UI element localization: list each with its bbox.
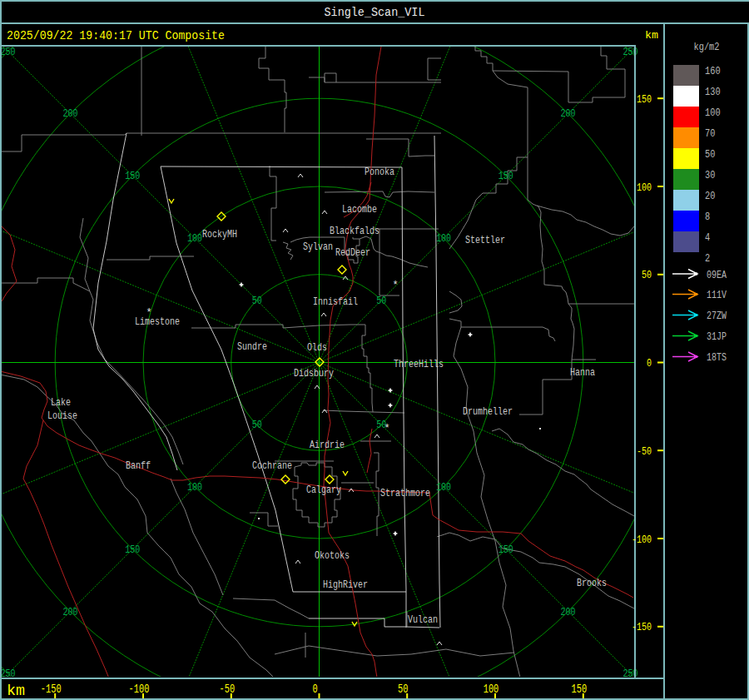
svg-text:Sundre: Sundre (237, 340, 267, 353)
svg-text:-50: -50 (637, 445, 652, 458)
svg-text:27ZW: 27ZW (707, 310, 727, 322)
svg-text:50: 50 (252, 295, 262, 307)
svg-text:150: 150 (499, 544, 513, 556)
svg-text:8: 8 (705, 211, 710, 223)
svg-text:2025/09/22 19:40:17 UTC Compos: 2025/09/22 19:40:17 UTC Composite (7, 28, 225, 43)
svg-text:50: 50 (376, 295, 386, 307)
svg-text:200: 200 (62, 107, 77, 120)
svg-text:0: 0 (312, 683, 317, 696)
svg-text:*: * (384, 423, 389, 434)
svg-text:Innisfail: Innisfail (313, 295, 358, 308)
svg-text:km: km (645, 29, 658, 42)
svg-text:-100: -100 (632, 534, 652, 546)
svg-text:Hanna: Hanna (570, 366, 595, 379)
svg-text:kg/m2: kg/m2 (694, 41, 720, 53)
svg-text:Cochrane: Cochrane (252, 459, 292, 472)
svg-text:Airdrie: Airdrie (310, 439, 345, 451)
svg-text:Ponoka: Ponoka (365, 166, 394, 178)
svg-text:20: 20 (705, 190, 715, 202)
svg-text:100: 100 (705, 107, 721, 119)
svg-text:150: 150 (125, 544, 140, 556)
svg-text:200: 200 (561, 107, 576, 120)
svg-text:50: 50 (252, 419, 262, 431)
svg-text:18TS: 18TS (707, 351, 727, 364)
svg-text:Lake: Lake (51, 396, 71, 409)
svg-text:150: 150 (572, 683, 588, 696)
svg-text:Didsbury: Didsbury (294, 367, 334, 380)
svg-text:RedDeer: RedDeer (335, 246, 370, 259)
svg-text:150: 150 (499, 170, 513, 182)
svg-text:2: 2 (705, 252, 710, 265)
svg-text:50: 50 (642, 269, 652, 281)
svg-text:*: * (146, 307, 151, 319)
svg-text:Limestone: Limestone (135, 315, 180, 328)
svg-text:31JP: 31JP (707, 330, 727, 343)
svg-text:0: 0 (647, 357, 652, 370)
svg-text:Sylvan: Sylvan (303, 241, 333, 253)
svg-text:30: 30 (705, 169, 715, 181)
svg-text:200: 200 (62, 606, 77, 618)
svg-text:Lacombe: Lacombe (342, 203, 377, 216)
svg-text:HighRiver: HighRiver (323, 578, 368, 591)
svg-text:Single_Scan_VIL: Single_Scan_VIL (325, 6, 425, 19)
svg-text:Blackfalds: Blackfalds (330, 225, 379, 237)
svg-text:*: * (392, 280, 398, 291)
svg-text:100: 100 (436, 481, 451, 494)
svg-text:50: 50 (705, 148, 715, 161)
svg-text:Brooks: Brooks (577, 577, 607, 589)
svg-text:Strathmore: Strathmore (380, 487, 430, 499)
svg-text:150: 150 (125, 170, 140, 182)
svg-text:100: 100 (637, 181, 652, 194)
svg-text:4: 4 (705, 231, 710, 244)
svg-text:150: 150 (637, 93, 652, 106)
svg-text:250: 250 (1, 46, 16, 58)
svg-text:RockyMH: RockyMH (202, 228, 237, 241)
svg-text:Banff: Banff (126, 459, 151, 472)
svg-text:160: 160 (705, 65, 721, 77)
svg-text:-100: -100 (129, 683, 150, 696)
svg-text:Louise: Louise (47, 410, 77, 422)
svg-text:50: 50 (398, 683, 408, 696)
svg-text:100: 100 (187, 232, 202, 245)
svg-text:-150: -150 (632, 621, 652, 633)
svg-text:130: 130 (705, 86, 721, 98)
svg-text:km: km (7, 683, 25, 699)
svg-text:Olds: Olds (307, 341, 327, 354)
svg-text:-50: -50 (220, 683, 236, 696)
svg-text:100: 100 (484, 683, 499, 696)
svg-text:Drumheller: Drumheller (463, 405, 513, 418)
svg-text:100: 100 (436, 232, 451, 245)
svg-text:09EA: 09EA (707, 269, 727, 281)
svg-text:100: 100 (187, 481, 202, 494)
svg-text:Calgary: Calgary (306, 484, 341, 496)
svg-text:Vulcan: Vulcan (408, 613, 438, 626)
svg-text:111V: 111V (707, 289, 727, 301)
svg-text:ThreeHills: ThreeHills (394, 358, 444, 370)
svg-text:-150: -150 (41, 683, 62, 696)
svg-text:Okotoks: Okotoks (315, 549, 350, 562)
svg-text:Stettler: Stettler (465, 234, 505, 246)
svg-text:200: 200 (561, 606, 576, 618)
svg-text:70: 70 (705, 127, 715, 140)
